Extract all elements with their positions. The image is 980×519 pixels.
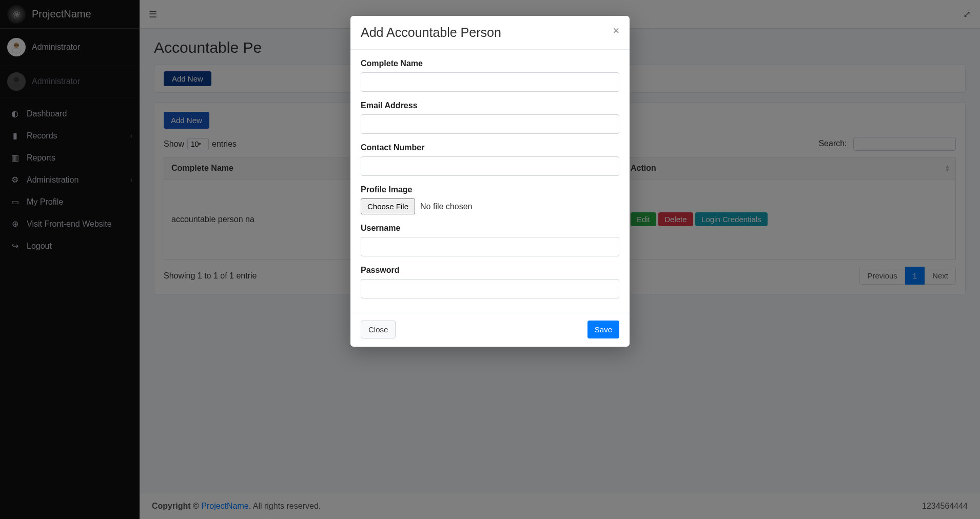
add-accountable-person-modal: Add Accountable Person × Complete Name E…: [350, 16, 630, 347]
label-username: Username: [361, 224, 619, 233]
choose-file-button[interactable]: Choose File: [361, 198, 415, 214]
file-status: No file chosen: [420, 202, 472, 211]
modal-footer: Close Save: [350, 312, 630, 347]
modal-header: Add Accountable Person ×: [350, 16, 630, 50]
email-input[interactable]: [361, 114, 619, 134]
modal-body: Complete Name Email Address Contact Numb…: [350, 50, 630, 312]
label-contact: Contact Number: [361, 143, 619, 152]
username-input[interactable]: [361, 237, 619, 256]
password-input[interactable]: [361, 279, 619, 298]
modal-title: Add Accountable Person: [361, 25, 501, 40]
label-password: Password: [361, 266, 619, 275]
label-complete-name: Complete Name: [361, 59, 619, 68]
label-email: Email Address: [361, 101, 619, 110]
save-button[interactable]: Save: [587, 321, 619, 338]
label-profile-image: Profile Image: [361, 185, 619, 194]
contact-number-input[interactable]: [361, 156, 619, 176]
complete-name-input[interactable]: [361, 72, 619, 92]
close-button[interactable]: Close: [361, 321, 396, 338]
modal-close-button[interactable]: ×: [613, 25, 619, 36]
